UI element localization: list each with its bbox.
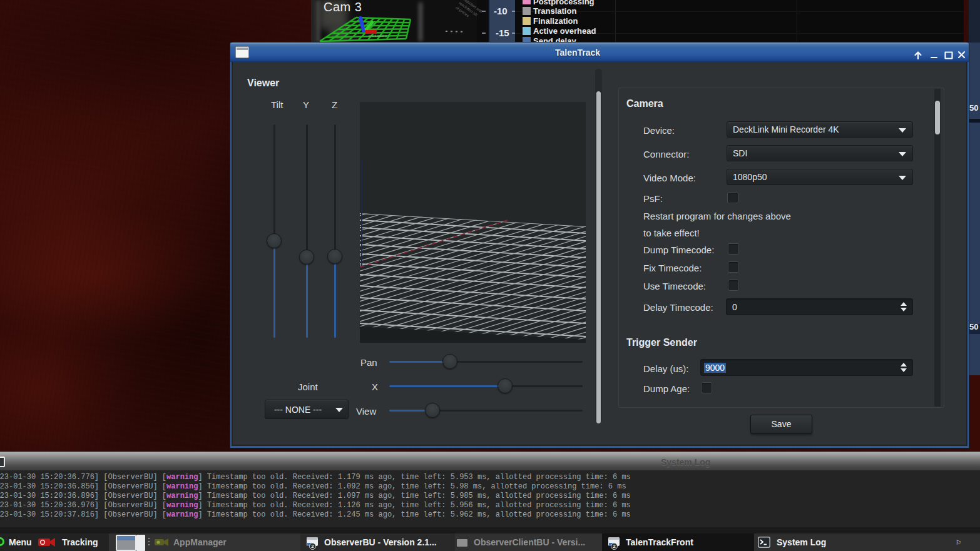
svg-text:speed tracking 4: speed tracking 4 (369, 34, 390, 38)
